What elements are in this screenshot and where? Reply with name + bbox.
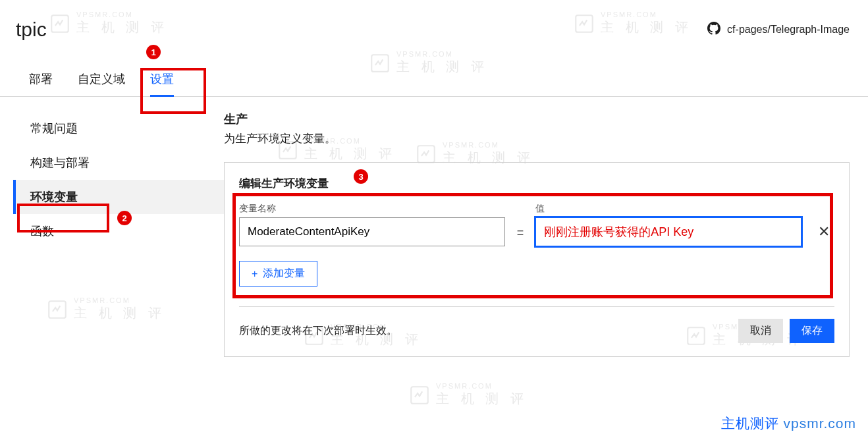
sidebar-item-general[interactable]: 常规问题 <box>13 111 224 146</box>
add-variable-label: 添加变量 <box>263 267 305 281</box>
bg-watermark: VPSMR.COM主 机 测 评 <box>408 382 528 408</box>
panel-title: 编辑生产环境变量 <box>239 176 834 191</box>
equals-sign: = <box>517 226 524 246</box>
annotation-badge-1: 1 <box>146 45 161 59</box>
annotation-badge-2: 2 <box>117 211 132 225</box>
sidebar-item-build-deploy[interactable]: 构建与部署 <box>13 146 224 180</box>
repo-name: cf-pages/Telegraph-Image <box>727 24 850 36</box>
close-icon: ✕ <box>818 223 830 240</box>
svg-rect-8 <box>411 387 428 404</box>
watermark: 主机测评vpsmr.com <box>721 414 856 433</box>
panel-divider <box>239 306 834 307</box>
sidebar-item-env-vars[interactable]: 环境变量 <box>13 180 224 214</box>
settings-sidebar: 常规问题 构建与部署 环境变量 函数 <box>0 111 224 357</box>
var-value-label: 值 <box>535 203 801 215</box>
cancel-button[interactable]: 取消 <box>738 319 783 343</box>
tab-settings[interactable]: 设置 <box>150 71 174 96</box>
save-button[interactable]: 保存 <box>790 319 834 343</box>
section-title: 生产 <box>224 111 850 127</box>
tab-deploy[interactable]: 部署 <box>29 71 53 96</box>
section-description: 为生产环境定义变量。 <box>224 131 850 146</box>
tab-bar: 部署 自定义域 设置 <box>0 41 868 97</box>
edit-env-panel: 编辑生产环境变量 3 变量名称 = 值 ✕ + 添加变量 <box>224 162 850 357</box>
github-icon <box>707 22 720 38</box>
repo-link[interactable]: cf-pages/Telegraph-Image <box>707 22 850 38</box>
var-value-input[interactable] <box>535 217 801 246</box>
save-note: 所做的更改将在下次部署时生效。 <box>239 324 397 338</box>
variable-row: 变量名称 = 值 ✕ <box>239 203 834 246</box>
remove-variable-button[interactable]: ✕ <box>813 221 834 242</box>
var-name-label: 变量名称 <box>239 203 505 215</box>
page-title: tpic <box>16 18 47 41</box>
plus-icon: + <box>252 268 258 280</box>
tab-custom-domain[interactable]: 自定义域 <box>78 71 125 96</box>
annotation-badge-3: 3 <box>354 169 368 184</box>
var-name-input[interactable] <box>239 217 505 246</box>
add-variable-button[interactable]: + 添加变量 <box>239 261 317 287</box>
